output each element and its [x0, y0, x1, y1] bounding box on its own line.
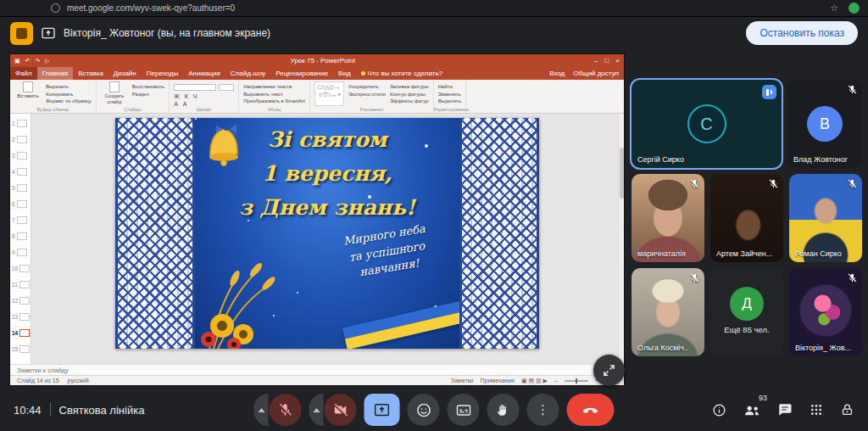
- quick-styles-button[interactable]: Экспресс-стили: [348, 92, 386, 97]
- replace-button[interactable]: Заменить: [438, 92, 462, 97]
- ppt-tab-slideshow[interactable]: Слайд-шоу: [225, 67, 270, 80]
- align-text-button[interactable]: Выровнять текст: [243, 92, 305, 97]
- arrange-button[interactable]: Упорядочить: [348, 84, 386, 89]
- participant-tile-vlad[interactable]: В Влад Жовтоног: [787, 80, 862, 168]
- font-name-select[interactable]: [174, 84, 216, 91]
- text-direction-button[interactable]: Направление текста: [243, 84, 305, 89]
- shape-outline-button[interactable]: Контур фигуры: [390, 92, 429, 97]
- ornament-border-right: [459, 118, 539, 349]
- slide-thumb-7[interactable]: 7: [10, 212, 31, 228]
- slide-thumb-3[interactable]: 3: [10, 148, 31, 164]
- ppt-tab-insert[interactable]: Вставка: [73, 67, 108, 80]
- expand-fullscreen-button[interactable]: [593, 355, 625, 386]
- slide-thumb-1[interactable]: 1: [10, 115, 31, 132]
- participant-tile-sergiy[interactable]: С Сергій Сирко: [632, 80, 782, 168]
- ppt-tab-design[interactable]: Дизайн: [108, 67, 142, 80]
- cut-button[interactable]: Вырезать: [46, 84, 92, 89]
- present-screen-button-active[interactable]: [364, 394, 400, 426]
- apps-grid-icon: [810, 403, 823, 417]
- ppt-tab-transitions[interactable]: Переходы: [142, 67, 184, 80]
- language-indicator[interactable]: русский: [68, 378, 89, 383]
- ppt-tab-review[interactable]: Рецензирование: [270, 67, 333, 80]
- ppt-tab-home[interactable]: Главная: [37, 67, 73, 80]
- mic-options-chevron[interactable]: [254, 394, 269, 426]
- slide-thumb-8[interactable]: 8: [10, 228, 31, 244]
- ppt-close-icon[interactable]: ×: [615, 57, 620, 64]
- ppt-share-button[interactable]: Общий доступ: [573, 70, 619, 77]
- ppt-tab-file[interactable]: Файл: [10, 67, 37, 80]
- participant-tile-artem[interactable]: Артем Зайчен...: [710, 174, 783, 262]
- current-slide-canvas[interactable]: Зі святом 1 вересня, з Днем знань! Мирно…: [115, 118, 539, 349]
- participant-tile-viktoria[interactable]: Вікторія_ Жов...: [789, 268, 862, 356]
- avatar: С: [687, 104, 726, 143]
- camera-off-icon: [333, 402, 348, 417]
- copy-button[interactable]: Копировать: [46, 92, 92, 97]
- slide-thumb-6[interactable]: 6: [10, 196, 31, 212]
- participant-tile-maria[interactable]: маричнаталія: [632, 174, 704, 262]
- captions-button[interactable]: [448, 394, 480, 426]
- ppt-tell-me[interactable]: Что вы хотите сделать?: [361, 70, 442, 77]
- view-mode-icons[interactable]: ▣ ▤ ▥ ▶: [521, 378, 548, 384]
- meeting-details-button[interactable]: [712, 403, 726, 417]
- participant-tile-olga[interactable]: Ольга Косміч..: [632, 268, 704, 356]
- shared-screen-powerpoint[interactable]: ▣ ↶ ↷ ▷ Урок 75 - PowerPoint – □ × Файл …: [10, 54, 624, 385]
- camera-options-chevron[interactable]: [309, 394, 324, 426]
- camera-toggle-button[interactable]: [325, 394, 357, 426]
- people-panel-button[interactable]: 93: [743, 403, 760, 417]
- slide-thumb-5[interactable]: 5: [10, 180, 31, 196]
- font-size-select[interactable]: [219, 84, 234, 91]
- notes-pane[interactable]: Заметки к слайду: [10, 364, 624, 375]
- reset-slide-button[interactable]: Восстановить: [132, 84, 164, 89]
- chat-panel-button[interactable]: [777, 402, 793, 417]
- slide-thumb-11[interactable]: 11: [10, 277, 31, 293]
- notes-toggle[interactable]: Заметки: [451, 378, 474, 383]
- ppt-restore-icon[interactable]: □: [604, 57, 609, 64]
- more-participants-tile[interactable]: Д Ещё 85 чел.: [710, 268, 783, 356]
- reactions-button[interactable]: [408, 394, 440, 426]
- shapes-gallery[interactable]: □○△◇→ ☆▽○↔+: [314, 81, 344, 106]
- font-style-buttons[interactable]: Ж К Ч: [174, 93, 234, 99]
- slide-thumb-14-current[interactable]: 14: [10, 325, 31, 341]
- host-controls-button[interactable]: [840, 403, 854, 417]
- lock-icon: [840, 403, 854, 417]
- ppt-quick-access-icons[interactable]: ▣ ↶ ↷ ▷: [14, 58, 52, 64]
- font-grow-shrink-buttons[interactable]: А А: [174, 101, 234, 107]
- smartart-button[interactable]: Преобразовать в SmartArt: [243, 98, 305, 104]
- new-slide-button[interactable]: Создать слайд: [101, 81, 128, 106]
- browser-profile-avatar[interactable]: [849, 3, 860, 14]
- slide-editor-area[interactable]: Зі святом 1 вересня, з Днем знань! Мирно…: [31, 114, 624, 364]
- shape-effects-button[interactable]: Эффекты фигур: [390, 98, 429, 104]
- paste-button[interactable]: Вставить: [14, 81, 42, 106]
- shape-fill-button[interactable]: Заливка фигуры: [390, 84, 429, 89]
- slide-thumb-9[interactable]: 9: [10, 244, 31, 260]
- activities-button[interactable]: [810, 403, 823, 417]
- slide-thumb-13[interactable]: 13: [10, 309, 31, 325]
- leave-call-button[interactable]: [567, 394, 615, 426]
- participant-tile-roman[interactable]: Роман Сирко: [789, 174, 862, 262]
- more-options-button[interactable]: ⋮: [527, 394, 559, 426]
- find-button[interactable]: Найти: [438, 84, 462, 89]
- comments-toggle[interactable]: Примечания: [481, 378, 515, 383]
- ppt-title-bar: ▣ ↶ ↷ ▷ Урок 75 - PowerPoint – □ ×: [10, 54, 624, 67]
- section-button[interactable]: Раздел: [132, 92, 164, 97]
- slide-thumb-4[interactable]: 4: [10, 164, 31, 180]
- select-button[interactable]: Выделить: [438, 98, 462, 104]
- format-painter-button[interactable]: Формат по образцу: [46, 98, 92, 104]
- ppt-tab-view[interactable]: Вид: [333, 67, 355, 80]
- editor-scrollbar[interactable]: [618, 114, 624, 364]
- bookmark-star-icon[interactable]: ☆: [830, 3, 838, 14]
- stop-presenting-button[interactable]: Остановить показ: [746, 21, 858, 45]
- address-bar[interactable]: meet.google.com/wyv-swek-qye?authuser=0: [67, 3, 235, 13]
- zoom-slider[interactable]: [565, 380, 588, 382]
- slide-thumb-12[interactable]: 12: [10, 293, 31, 309]
- mic-toggle-button[interactable]: [270, 394, 302, 426]
- slide-thumb-10[interactable]: 10: [10, 260, 31, 277]
- slide-thumb-2[interactable]: 2: [10, 132, 31, 148]
- slide-thumb-15[interactable]: 15: [10, 341, 31, 357]
- site-info-icon[interactable]: [51, 3, 60, 13]
- ppt-minimize-icon[interactable]: –: [594, 57, 598, 64]
- zoom-out-icon[interactable]: –: [554, 378, 558, 383]
- raise-hand-button[interactable]: [487, 394, 520, 426]
- ppt-sign-in[interactable]: Вход: [549, 70, 565, 77]
- ppt-tab-animations[interactable]: Анимация: [183, 67, 225, 80]
